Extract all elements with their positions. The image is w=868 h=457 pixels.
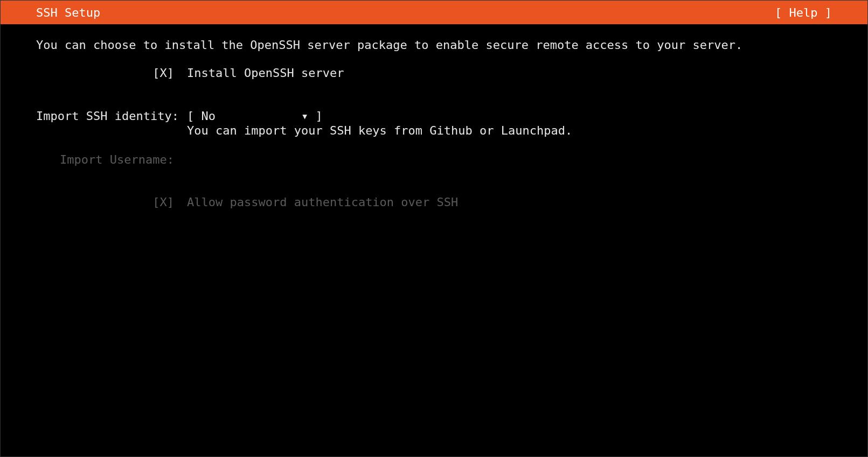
install-openssh-checkbox[interactable]: [X] — [152, 66, 174, 80]
import-identity-value: No — [202, 109, 216, 123]
allow-password-checkbox: [X] — [152, 195, 174, 209]
help-button[interactable]: [ Help ] — [775, 6, 832, 19]
intro-text: You can choose to install the OpenSSH se… — [36, 38, 832, 52]
page-title: SSH Setup — [36, 6, 100, 19]
import-username-row: Import Username: — [36, 152, 832, 167]
install-openssh-label: Install OpenSSH server — [187, 66, 344, 80]
main-content: You can choose to install the OpenSSH se… — [1, 24, 867, 224]
import-identity-hint-row: You can import your SSH keys from Github… — [36, 123, 832, 138]
import-identity-hint: You can import your SSH keys from Github… — [187, 124, 572, 137]
allow-password-row: [X] Allow password authentication over S… — [36, 195, 832, 210]
dropdown-arrow-icon: ▾ — [301, 109, 308, 123]
import-identity-label: Import SSH identity: — [36, 109, 179, 123]
import-username-label: Import Username: — [60, 153, 174, 166]
import-identity-select[interactable]: [ No ▾ ] — [187, 109, 323, 123]
header-bar: SSH Setup [ Help ] — [1, 1, 867, 24]
import-identity-row: Import SSH identity: [ No ▾ ] — [36, 109, 832, 124]
install-openssh-row: [X] Install OpenSSH server — [36, 66, 832, 81]
allow-password-label: Allow password authentication over SSH — [187, 195, 458, 209]
